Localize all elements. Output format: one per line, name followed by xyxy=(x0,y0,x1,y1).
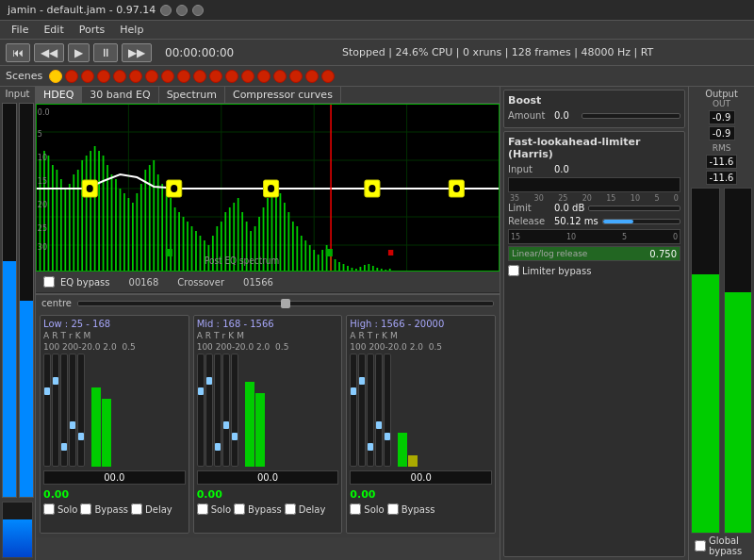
svg-point-96 xyxy=(87,185,93,192)
amount-value: 0.0 xyxy=(554,110,578,121)
tab-compressor[interactable]: Compressor curves xyxy=(225,87,341,103)
scene-led-14[interactable] xyxy=(273,70,287,83)
band-high-fader-r[interactable] xyxy=(358,354,366,467)
menu-help[interactable]: Help xyxy=(112,23,151,37)
close-button[interactable] xyxy=(192,5,204,16)
global-bypass-checkbox[interactable] xyxy=(695,540,706,552)
input-vu-right xyxy=(19,103,34,498)
band-high-params: ARTrKM xyxy=(350,331,492,340)
scene-led-6[interactable] xyxy=(145,70,158,83)
band-high-bypass-check[interactable] xyxy=(387,503,399,515)
svg-point-102 xyxy=(369,185,375,192)
band-high-solo-check[interactable] xyxy=(350,503,361,515)
band-mid-fader-k[interactable] xyxy=(231,354,238,467)
band-mid-fader-t[interactable] xyxy=(214,354,221,467)
maximize-button[interactable] xyxy=(176,5,188,16)
eq-section: HDEQ 30 band EQ Spectrum Compressor curv… xyxy=(36,87,500,294)
scene-led-2[interactable] xyxy=(81,70,94,83)
band-low-bypass-check[interactable] xyxy=(80,503,91,515)
limit-row: Limit 0.0 dB xyxy=(508,203,680,213)
scene-led-12[interactable] xyxy=(241,70,254,83)
band-high-fader-r2[interactable] xyxy=(375,354,383,467)
band-high-fader-k[interactable] xyxy=(384,354,391,467)
input-fader xyxy=(3,519,32,557)
limit-value: 0.0 dB xyxy=(554,203,584,213)
band-mid-fader-r2[interactable] xyxy=(222,354,230,467)
band-low-fader-a[interactable] xyxy=(43,354,51,467)
eq-footer-center: Crossover xyxy=(177,277,224,288)
band-high-value: 00.0 xyxy=(350,470,492,485)
svg-text:5: 5 xyxy=(38,129,42,140)
scene-led-10[interactable] xyxy=(209,70,222,83)
scene-led-7[interactable] xyxy=(161,70,174,83)
band-mid-fader-a[interactable] xyxy=(197,354,205,467)
scene-led-5[interactable] xyxy=(129,70,142,83)
limiter-vu-meter xyxy=(508,177,680,192)
band-low-solo-check[interactable] xyxy=(43,503,55,515)
band-high-fader-a[interactable] xyxy=(350,354,357,467)
ffwd-button[interactable]: ▶▶ xyxy=(122,43,152,62)
amount-row: Amount 0.0 xyxy=(508,110,680,121)
input-label: Input xyxy=(6,89,30,99)
band-mid-fader-r[interactable] xyxy=(205,354,213,467)
menu-edit[interactable]: Edit xyxy=(36,23,71,37)
scene-led-16[interactable] xyxy=(305,70,319,83)
centre-label: centre xyxy=(41,298,72,308)
band-controls: Low : 25 - 168 ARTrKM 100 200-20.0 2.0 0… xyxy=(36,311,500,537)
band-low-fader-k[interactable] xyxy=(77,354,85,467)
scene-led-1[interactable] xyxy=(65,70,78,83)
tab-30band[interactable]: 30 band EQ xyxy=(82,87,158,103)
scenes-label: Scenes xyxy=(6,70,42,82)
scene-led-4[interactable] xyxy=(113,70,126,83)
band-mid-delay-check[interactable] xyxy=(285,503,296,515)
svg-rect-94 xyxy=(388,250,393,255)
input-row: Input 0.0 xyxy=(508,164,680,174)
eq-bypass-label[interactable]: EQ bypass xyxy=(43,276,110,288)
band-high-vu-r xyxy=(408,455,418,467)
eq-canvas: Post EQ spectrum 0.0 5 10 15 20 25 30 xyxy=(36,104,500,272)
minimize-button[interactable] xyxy=(160,5,172,16)
menu-ports[interactable]: Ports xyxy=(72,23,113,37)
scene-led-17[interactable] xyxy=(321,70,335,83)
scene-led-3[interactable] xyxy=(97,70,110,83)
play-button[interactable]: ▶ xyxy=(68,43,90,62)
scene-led-9[interactable] xyxy=(193,70,206,83)
band-mid-solo-check[interactable] xyxy=(197,503,208,515)
release-slider[interactable] xyxy=(602,219,680,224)
band-mid-delay-label: Delay xyxy=(299,504,326,515)
menu-file[interactable]: File xyxy=(4,23,36,37)
limit-slider[interactable] xyxy=(588,206,680,211)
band-low-fader-t[interactable] xyxy=(60,354,68,467)
band-low-delay-check[interactable] xyxy=(131,503,142,515)
band-mid-value: 00.0 xyxy=(197,470,339,485)
scene-led-13[interactable] xyxy=(257,70,270,83)
transport-time: 00:00:00:00 xyxy=(165,46,234,59)
band-mid-bypass-check[interactable] xyxy=(234,503,245,515)
eq-bypass-checkbox[interactable] xyxy=(43,276,55,288)
scene-led-0[interactable] xyxy=(49,70,62,83)
tab-hdeq[interactable]: HDEQ xyxy=(36,87,82,103)
eq-footer-right: 01566 xyxy=(243,277,273,288)
rewind-button[interactable]: ⏮ xyxy=(6,43,30,62)
main-content: Input HDEQ 30 band EQ Spectrum Compresso… xyxy=(0,87,754,560)
scene-led-11[interactable] xyxy=(225,70,238,83)
limiter-bypass-checkbox[interactable] xyxy=(508,265,519,276)
svg-text:Post EQ spectrum: Post EQ spectrum xyxy=(205,255,279,267)
band-high-fader-t[interactable] xyxy=(367,354,374,467)
titlebar-title: jamin - default.jam - 0.97.14 xyxy=(8,4,156,16)
band-low-fader-r[interactable] xyxy=(52,354,59,467)
input-vu-bar-left xyxy=(3,261,16,497)
scene-led-15[interactable] xyxy=(289,70,303,83)
band-mid-vu-l xyxy=(245,382,254,467)
centre-slider[interactable] xyxy=(77,301,494,306)
scene-led-8[interactable] xyxy=(177,70,190,83)
band-low-fader-r2[interactable] xyxy=(69,354,76,467)
back-button[interactable]: ◀◀ xyxy=(34,43,64,62)
tab-spectrum[interactable]: Spectrum xyxy=(159,87,225,103)
release-value: 50.12 ms xyxy=(554,216,598,226)
amount-label: Amount xyxy=(508,110,550,121)
svg-text:10: 10 xyxy=(38,153,47,163)
pause-button[interactable]: ⏸ xyxy=(93,43,118,62)
amount-slider[interactable] xyxy=(582,113,680,119)
output-vu-left xyxy=(691,188,720,534)
